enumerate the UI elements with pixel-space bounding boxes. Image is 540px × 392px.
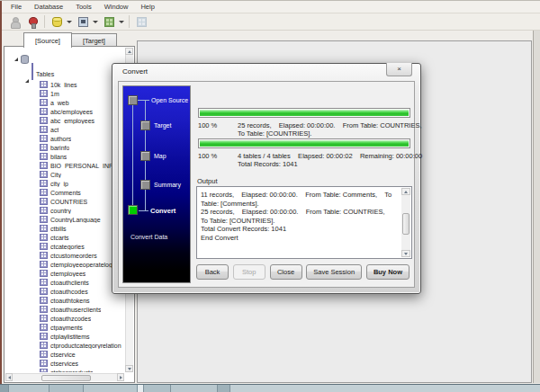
tree-item[interactable]: City (5, 170, 124, 179)
expand-icon[interactable] (14, 58, 18, 61)
buy-now-button[interactable]: Buy Now (366, 264, 410, 280)
tree-item[interactable]: BIO_PERSONAL_INF (5, 161, 124, 170)
table-icon (40, 99, 48, 106)
menu-tools[interactable]: Tools (70, 2, 97, 12)
tree-item[interactable]: ctemployeeoperatelog (5, 260, 124, 269)
tree-item-label: barinfo (50, 145, 69, 151)
tree-node-label: Tables (36, 71, 54, 77)
table-icon (40, 261, 48, 268)
chevron-down-icon[interactable] (119, 21, 124, 23)
save-session-button[interactable]: Save Session (306, 264, 362, 280)
tree-item[interactable]: ctcustomeorders (5, 251, 124, 260)
total-progress-percent: 100 % (198, 152, 217, 161)
output-line: 25 records, Elapsed: 00:00:00. From Tabl… (201, 208, 399, 225)
total-progress-line2: Total Records: 1041 (238, 160, 298, 169)
tables-tree: Tables 10k_lines1ma_webabc/employeesabc_… (5, 55, 124, 372)
back-button[interactable]: Back (196, 264, 229, 280)
tree-item[interactable]: act (5, 125, 124, 134)
table-icon (40, 189, 48, 196)
scroll-up-icon[interactable] (401, 188, 410, 195)
menu-help[interactable]: Help (135, 2, 159, 12)
tree-item[interactable]: ctshopproducts (5, 368, 124, 372)
scroll-right-icon[interactable] (117, 373, 124, 381)
tree-item[interactable]: Comments (5, 188, 124, 197)
output-scrollbar[interactable] (401, 188, 410, 257)
scrollbar-thumb[interactable] (41, 375, 91, 381)
person-icon[interactable] (6, 14, 22, 29)
tree-item[interactable]: 10k_lines (5, 80, 124, 89)
chevron-down-icon[interactable] (93, 21, 98, 23)
tree-item[interactable]: ctbills (5, 224, 124, 233)
tree-item[interactable]: ctoauthzcodes (5, 314, 124, 323)
scroll-down-icon[interactable] (401, 250, 410, 257)
output-line: Total Convert Records: 1041 (201, 225, 399, 234)
dialog-button-row: Back Stop Close Save Session Buy Now (196, 264, 410, 281)
tree-node-tables[interactable]: Tables (5, 64, 124, 80)
tree-item[interactable]: ctservices (5, 359, 124, 368)
tree-item[interactable]: city_ip (5, 179, 124, 188)
output-line: End Convert (201, 234, 399, 243)
tree-item[interactable]: bilans (5, 152, 124, 161)
tree-root-database[interactable] (5, 55, 124, 64)
tree-item-label: ctpayments (50, 325, 83, 331)
tree-item[interactable]: ctemployees (5, 269, 124, 278)
close-button[interactable]: Close (270, 264, 302, 280)
table-progress-bar (198, 108, 410, 118)
tree-item[interactable]: country (5, 206, 124, 215)
table-icon (40, 180, 48, 187)
tree-item-label: ctcarts (50, 235, 69, 241)
scrollbar-thumb[interactable] (402, 213, 410, 235)
tree-item[interactable]: ctoauthuserclients (5, 305, 124, 314)
menu-database[interactable]: Database (29, 2, 68, 12)
tree-item[interactable]: ctoauthclients (5, 278, 124, 287)
connect-icon-glyph (27, 16, 38, 27)
table-icon (40, 360, 48, 367)
tree-item[interactable]: ctproductcategoryrelation (5, 341, 124, 350)
output-box[interactable]: 11 records, Elapsed: 00:00:00. From Tabl… (196, 186, 412, 259)
table-icon (40, 135, 48, 142)
tree-item[interactable]: ctservice (5, 350, 124, 359)
tab-source[interactable]: [Source] (23, 32, 72, 48)
toolbar-separator (129, 15, 130, 28)
target-table-icon[interactable] (101, 14, 117, 29)
scroll-left-icon[interactable] (5, 373, 13, 381)
toolbar-separator (44, 15, 45, 28)
tree-item[interactable]: ctpayments (5, 323, 124, 332)
tree-item[interactable]: barinfo (5, 143, 124, 152)
table-progress-percent: 100 % (198, 121, 217, 130)
tree-item-label: ctoauthclients (50, 280, 89, 286)
table-icon (40, 297, 48, 304)
connect-icon[interactable] (24, 14, 40, 29)
scroll-down-icon[interactable] (125, 365, 133, 372)
tree-item-label: ctservice (50, 352, 76, 358)
tree-item[interactable]: a_web (5, 98, 124, 107)
tree-item[interactable]: abc_employees (5, 116, 124, 125)
source-database-icon[interactable] (49, 14, 65, 29)
tree-item[interactable]: CountryLanguage (5, 215, 124, 224)
scroll-up-icon[interactable] (125, 48, 133, 55)
table-icon (40, 279, 48, 286)
tree-item[interactable]: COUNTRIES (5, 197, 124, 206)
chevron-down-icon[interactable] (67, 21, 72, 23)
view-icon[interactable] (75, 14, 91, 29)
database-icon (21, 55, 29, 64)
tree-item[interactable]: ctplaylistitems (5, 332, 124, 341)
tree-item[interactable]: 1m (5, 89, 124, 98)
tree-horizontal-scrollbar[interactable] (5, 373, 124, 381)
menu-file[interactable]: File (5, 2, 27, 12)
expand-icon[interactable] (25, 64, 29, 83)
tree-item-label: authors (50, 136, 71, 142)
close-icon[interactable]: × (386, 63, 412, 76)
grid-icon-glyph (137, 17, 147, 27)
toolbar (2, 13, 540, 31)
tree-item[interactable]: ctcategories (5, 242, 124, 251)
tree-item[interactable]: ctcarts (5, 233, 124, 242)
tree-item[interactable]: abc/employees (5, 107, 124, 116)
tree-item[interactable]: ctoauthtokens (5, 296, 124, 305)
tree-item[interactable]: authors (5, 134, 124, 143)
dialog-content: Open Source Target Map Summary Convert C… (118, 81, 415, 288)
menu-window[interactable]: Window (99, 2, 134, 12)
app-window: File Database Tools Window Help [Source]… (0, 0, 540, 392)
tree-item[interactable]: ctoauthcodes (5, 287, 124, 296)
convert-dialog: Convert × Open Source Target Map Summary… (112, 63, 421, 294)
